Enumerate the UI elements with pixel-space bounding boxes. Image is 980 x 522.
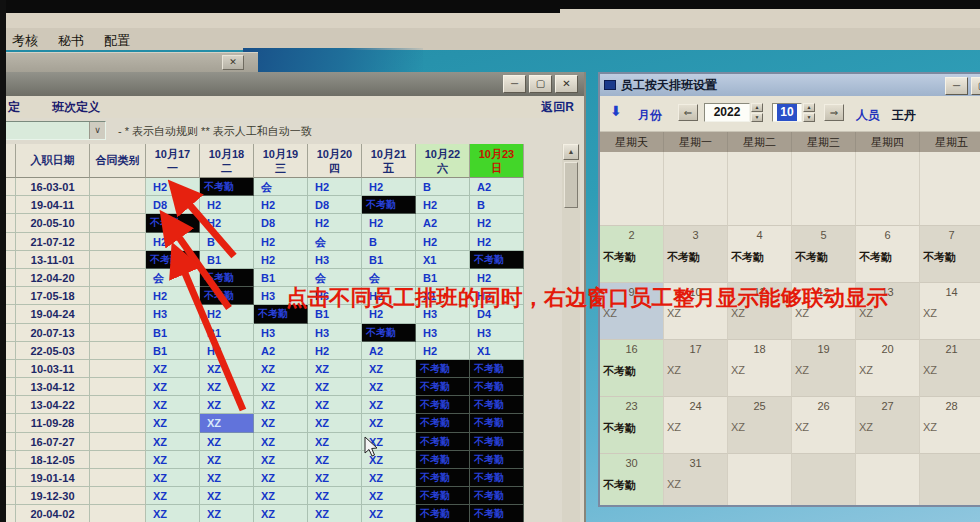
shift-cell[interactable]: XZ xyxy=(146,451,200,469)
calendar-day-cell[interactable] xyxy=(920,454,980,505)
shift-cell[interactable]: 不考勤 xyxy=(146,214,200,232)
contract-type-cell[interactable] xyxy=(90,505,146,522)
hire-date-cell[interactable]: 20-07-13 xyxy=(16,324,90,342)
back-button[interactable]: 返回R xyxy=(541,99,574,116)
shift-cell[interactable]: B1 xyxy=(200,251,254,269)
shift-cell[interactable]: XZ xyxy=(308,451,362,469)
hire-date-cell[interactable]: 11-09-28 xyxy=(16,414,90,432)
shift-cell[interactable]: XZ xyxy=(308,396,362,414)
shift-cell[interactable]: B xyxy=(470,196,524,214)
shift-cell[interactable]: H2 xyxy=(254,251,308,269)
calendar-day-cell[interactable]: 31XZ xyxy=(664,454,728,505)
hire-date-cell[interactable]: 19-12-30 xyxy=(16,487,90,505)
calendar-day-cell[interactable]: 20XZ xyxy=(856,340,920,397)
shift-cell[interactable]: H2 xyxy=(470,214,524,232)
shift-cell[interactable]: 不考勤 xyxy=(470,360,524,378)
menu-item-define-partial[interactable]: 定 xyxy=(8,99,20,116)
shift-cell[interactable]: XZ xyxy=(200,433,254,451)
year-input[interactable]: 2022 xyxy=(704,103,750,122)
contract-type-cell[interactable] xyxy=(90,233,146,251)
contract-type-cell[interactable] xyxy=(90,178,146,196)
shift-cell[interactable]: A2 xyxy=(254,342,308,360)
contract-type-cell[interactable] xyxy=(90,287,146,305)
shift-cell[interactable]: 不考勤 xyxy=(416,469,470,487)
hire-date-cell[interactable]: 10-03-11 xyxy=(16,360,90,378)
vertical-scrollbar[interactable]: ▲ xyxy=(562,144,580,522)
shift-cell[interactable]: 不考勤 xyxy=(416,414,470,432)
shift-cell[interactable]: 不考勤 xyxy=(416,505,470,522)
calendar-day-cell[interactable] xyxy=(856,454,920,505)
shift-cell[interactable]: 不考勤 xyxy=(470,414,524,432)
shift-cell[interactable]: H3 xyxy=(470,324,524,342)
shift-cell[interactable]: H2 xyxy=(308,214,362,232)
hire-date-cell[interactable]: 12-04-20 xyxy=(16,269,90,287)
shift-cell[interactable]: XZ xyxy=(362,433,416,451)
shift-cell[interactable]: A2 xyxy=(470,178,524,196)
hire-date-cell[interactable]: 16-07-27 xyxy=(16,433,90,451)
contract-type-cell[interactable] xyxy=(90,251,146,269)
contract-type-cell[interactable] xyxy=(90,433,146,451)
calendar-day-cell[interactable] xyxy=(920,152,980,226)
hire-date-cell[interactable]: 13-04-22 xyxy=(16,396,90,414)
shift-cell[interactable]: H3 xyxy=(146,305,200,323)
next-month-icon[interactable]: ⇒ xyxy=(824,104,844,121)
scroll-up-icon[interactable]: ▲ xyxy=(563,144,579,160)
contract-type-cell[interactable] xyxy=(90,305,146,323)
shift-cell[interactable]: 不考勤 xyxy=(200,287,254,305)
shift-cell[interactable]: H2 xyxy=(200,305,254,323)
shift-cell[interactable]: 会 xyxy=(146,269,200,287)
shift-cell[interactable]: XZ xyxy=(362,378,416,396)
shift-cell[interactable]: XZ xyxy=(146,505,200,522)
menu-item-assess[interactable]: 考核 xyxy=(12,32,38,50)
hire-date-cell[interactable]: 19-04-11 xyxy=(16,196,90,214)
shift-cell[interactable]: H3 xyxy=(308,324,362,342)
shift-cell[interactable]: XZ xyxy=(254,378,308,396)
shift-cell[interactable]: H2 xyxy=(146,178,200,196)
shift-cell[interactable]: A2 xyxy=(416,214,470,232)
contract-type-cell[interactable] xyxy=(90,324,146,342)
minimize-icon[interactable]: ─ xyxy=(503,75,526,93)
calendar-day-cell[interactable] xyxy=(792,454,856,505)
shift-cell[interactable]: 不考勤 xyxy=(416,487,470,505)
contract-type-cell[interactable] xyxy=(90,378,146,396)
shift-cell[interactable]: XZ xyxy=(200,451,254,469)
calendar-day-cell[interactable] xyxy=(856,152,920,226)
hire-date-cell[interactable]: 18-12-05 xyxy=(16,451,90,469)
shift-cell[interactable]: A2 xyxy=(362,342,416,360)
shift-cell[interactable]: XZ xyxy=(254,505,308,522)
shift-cell[interactable]: XZ xyxy=(146,487,200,505)
shift-cell[interactable]: H2 xyxy=(362,214,416,232)
calendar-day-cell[interactable]: 24XZ xyxy=(664,397,728,454)
shift-cell[interactable]: XZ xyxy=(254,414,308,432)
shift-cell[interactable]: 不考勤 xyxy=(470,378,524,396)
shift-cell[interactable]: XZ xyxy=(200,487,254,505)
shift-cell[interactable]: XZ xyxy=(254,396,308,414)
shift-cell[interactable]: 不考勤 xyxy=(200,269,254,287)
shift-cell[interactable]: 不考勤 xyxy=(470,487,524,505)
maximize-icon[interactable]: ▢ xyxy=(529,75,552,93)
spin-down-icon[interactable]: ▼ xyxy=(803,113,815,122)
menu-item-shift-define[interactable]: 班次定义 xyxy=(52,99,100,116)
prev-month-icon[interactable]: ⇐ xyxy=(678,104,698,121)
contract-type-cell[interactable] xyxy=(90,451,146,469)
shift-cell[interactable]: XZ xyxy=(362,360,416,378)
shift-cell[interactable]: XZ xyxy=(308,433,362,451)
shift-cell[interactable]: XZ xyxy=(308,378,362,396)
shift-cell[interactable]: 不考勤 xyxy=(416,451,470,469)
shift-cell[interactable]: H2 xyxy=(254,196,308,214)
shift-cell[interactable]: 不考勤 xyxy=(362,196,416,214)
shift-cell[interactable]: H2 xyxy=(470,233,524,251)
shift-cell[interactable]: 不考勤 xyxy=(416,396,470,414)
menu-item-config[interactable]: 配置 xyxy=(104,32,130,50)
hire-date-cell[interactable]: 21-07-12 xyxy=(16,233,90,251)
shift-cell[interactable]: H2 xyxy=(200,214,254,232)
shift-cell[interactable]: XZ xyxy=(308,469,362,487)
shift-cell[interactable]: H3 xyxy=(308,251,362,269)
shift-cell[interactable]: B xyxy=(200,233,254,251)
calendar-day-cell[interactable]: 28XZ xyxy=(920,397,980,454)
hire-date-cell[interactable]: 19-01-14 xyxy=(16,469,90,487)
shift-cell[interactable]: XZ xyxy=(200,414,254,432)
calendar-day-cell[interactable]: 17XZ xyxy=(664,340,728,397)
year-spinner[interactable]: ▲ ▼ xyxy=(751,103,763,122)
calendar-day-cell[interactable]: 5不考勤 xyxy=(792,226,856,283)
